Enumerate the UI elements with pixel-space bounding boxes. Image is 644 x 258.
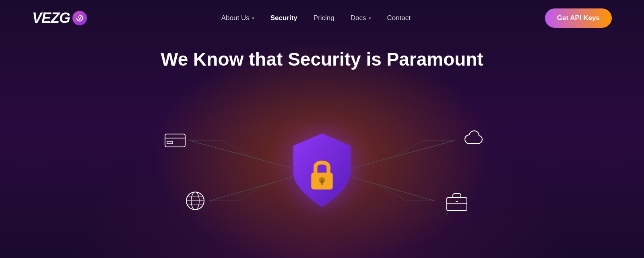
nav-link-contact[interactable]: Contact [387,14,411,22]
briefcase-svg [445,189,469,213]
nav-item-about[interactable]: About Us ▾ [221,14,254,22]
shield-icon [286,130,358,211]
cloud-icon [463,126,491,155]
credit-card-icon [161,126,189,155]
credit-card-svg [163,128,187,153]
svg-line-1 [209,177,294,201]
nav-link-about[interactable]: About Us ▾ [221,14,254,22]
nav-links: About Us ▾ Security Pricing Docs ▾ Conta… [221,14,411,22]
security-diagram [141,94,503,247]
svg-rect-17 [321,180,323,185]
nav-item-security[interactable]: Security [270,14,297,22]
logo-icon [72,11,87,25]
svg-rect-4 [165,134,185,147]
hero-title: We Know that Security is Paramount [161,48,483,70]
chevron-down-icon: ▾ [369,16,371,21]
nav-link-security[interactable]: Security [270,14,297,22]
globe-icon [181,187,209,215]
svg-rect-6 [167,141,173,144]
briefcase-icon [443,187,471,215]
cloud-svg [463,128,491,153]
logo-symbol-icon [75,14,84,23]
globe-svg [183,189,207,213]
shield-svg [286,130,358,211]
shield-container [286,130,358,211]
svg-rect-12 [447,198,467,211]
get-api-keys-button[interactable]: Get API Keys [545,8,612,28]
svg-line-3 [350,177,435,201]
nav-item-docs[interactable]: Docs ▾ [351,14,371,22]
nav-item-contact[interactable]: Contact [387,14,411,22]
logo[interactable]: VEZG [32,10,87,27]
svg-line-2 [350,140,455,169]
hero-section: We Know that Security is Paramount [0,36,644,247]
nav-link-pricing[interactable]: Pricing [314,14,334,22]
nav-link-docs[interactable]: Docs ▾ [351,14,371,22]
logo-text: VEZG [32,10,70,27]
nav-item-pricing[interactable]: Pricing [314,14,334,22]
chevron-down-icon: ▾ [252,16,254,21]
svg-line-0 [189,140,294,169]
navbar: VEZG About Us ▾ Security Pricing [0,0,644,36]
